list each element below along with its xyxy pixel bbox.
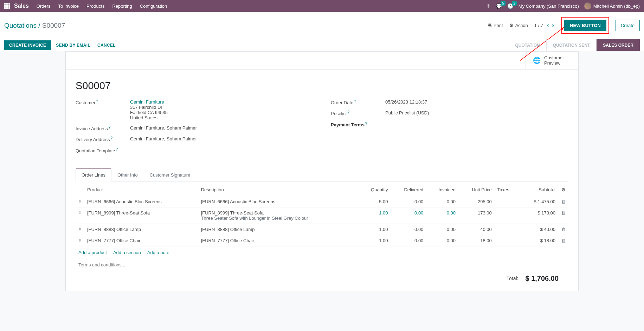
messages-icon[interactable]: 💬5 xyxy=(496,3,502,9)
cell-description[interactable]: [FURN_6666] Acoustic Bloc Screens xyxy=(198,196,359,207)
col-taxes[interactable]: Taxes xyxy=(495,184,520,196)
cell-subtotal: $ 18.00 xyxy=(520,235,558,246)
menu-configuration[interactable]: Configuration xyxy=(140,4,167,9)
drag-handle-icon[interactable]: ▲▼ xyxy=(78,227,82,231)
cell-quantity[interactable]: 1.00 xyxy=(359,235,391,246)
menu-reporting[interactable]: Reporting xyxy=(112,4,132,9)
activities-icon[interactable]: 🕐2 xyxy=(507,3,513,9)
print-button[interactable]: 🖶 Print xyxy=(487,23,503,28)
tab-customer-signature[interactable]: Customer Signature xyxy=(144,168,197,181)
menu-products[interactable]: Products xyxy=(86,4,104,9)
cell-product[interactable]: [FURN_7777] Office Chair xyxy=(84,235,198,246)
add-section[interactable]: Add a section xyxy=(113,250,141,255)
cell-description[interactable]: [FURN_7777] Office Chair xyxy=(198,235,359,246)
cell-quantity[interactable]: 1.00 xyxy=(359,207,391,224)
cell-quantity[interactable]: 1.00 xyxy=(359,224,391,235)
label-delivery-address: Delivery Address? xyxy=(76,136,130,142)
table-row[interactable]: ▲▼[FURN_8888] Office Lamp[FURN_8888] Off… xyxy=(76,224,568,235)
field-delivery-address[interactable]: Gemini Furniture, Soham Palmer xyxy=(130,136,197,141)
add-note[interactable]: Add a note xyxy=(147,250,169,255)
terms-input[interactable] xyxy=(76,259,568,271)
total-amount: $ 1,706.00 xyxy=(525,274,559,283)
cell-delivered[interactable]: 0.00 xyxy=(391,224,426,235)
user-name: Mitchell Admin (db_ep) xyxy=(593,4,640,9)
cell-subtotal: $ 40.00 xyxy=(520,224,558,235)
field-invoice-address[interactable]: Gemini Furniture, Soham Palmer xyxy=(130,125,197,131)
trash-icon[interactable]: 🗑 xyxy=(561,199,566,204)
cell-unit-price[interactable]: 295.00 xyxy=(458,196,495,207)
cell-invoiced[interactable]: 0.00 xyxy=(426,235,458,246)
tab-other-info[interactable]: Other Info xyxy=(111,168,144,181)
drag-handle-icon[interactable]: ▲▼ xyxy=(78,210,82,214)
trash-icon[interactable]: 🗑 xyxy=(561,227,566,232)
table-row[interactable]: ▲▼[FURN_7777] Office Chair[FURN_7777] Of… xyxy=(76,235,568,246)
messages-badge: 5 xyxy=(501,1,505,6)
create-invoice-button[interactable]: CREATE INVOICE xyxy=(4,40,51,50)
user-menu[interactable]: Mitchell Admin (db_ep) xyxy=(584,2,640,9)
annotation-highlight: NEW BUTTON xyxy=(561,17,609,34)
add-product[interactable]: Add a product xyxy=(78,250,107,255)
drag-handle-icon[interactable]: ▲▼ xyxy=(78,199,82,203)
cell-unit-price[interactable]: 18.00 xyxy=(458,235,495,246)
record-title: S00007 xyxy=(76,80,568,92)
cell-taxes[interactable] xyxy=(495,196,520,207)
cell-unit-price[interactable]: 40.00 xyxy=(458,224,495,235)
col-delivered[interactable]: Delivered xyxy=(391,184,426,196)
cell-delivered[interactable]: 0.00 xyxy=(391,196,426,207)
menu-to-invoice[interactable]: To Invoice xyxy=(58,4,79,9)
gear-icon: ⚙ xyxy=(509,23,514,28)
cell-taxes[interactable] xyxy=(495,235,520,246)
trash-icon[interactable]: 🗑 xyxy=(561,210,566,216)
breadcrumb-current: S00007 xyxy=(42,22,65,29)
app-name[interactable]: Sales xyxy=(14,3,29,9)
trash-icon[interactable]: 🗑 xyxy=(561,238,566,243)
cell-product[interactable]: [FURN_8888] Office Lamp xyxy=(84,224,198,235)
col-subtotal[interactable]: Subtotal xyxy=(520,184,558,196)
total-label: Total: xyxy=(507,276,518,281)
cell-description[interactable]: [FURN_8888] Office Lamp xyxy=(198,224,359,235)
table-row[interactable]: ▲▼[FURN_6666] Acoustic Bloc Screens[FURN… xyxy=(76,196,568,207)
cell-delivered[interactable]: 0.00 xyxy=(391,235,426,246)
col-unit-price[interactable]: Unit Price xyxy=(458,184,495,196)
cell-quantity[interactable]: 5.00 xyxy=(359,196,391,207)
breadcrumb-root[interactable]: Quotations xyxy=(4,22,37,29)
svg-marker-1 xyxy=(561,27,564,31)
send-email-button[interactable]: SEND BY EMAIL xyxy=(56,43,90,48)
menu-orders[interactable]: Orders xyxy=(37,4,51,9)
new-button[interactable]: NEW BUTTON xyxy=(564,20,606,31)
debug-icon[interactable]: ✳ xyxy=(487,3,491,9)
cell-taxes[interactable] xyxy=(495,224,520,235)
create-button[interactable]: Create xyxy=(616,20,640,31)
company-switcher[interactable]: My Company (San Francisco) xyxy=(519,4,579,9)
cell-product[interactable]: [FURN_8999] Three-Seat Sofa xyxy=(84,207,198,224)
cancel-button[interactable]: CANCEL xyxy=(97,43,116,48)
col-description[interactable]: Description xyxy=(198,184,359,196)
avatar xyxy=(584,2,591,9)
field-pricelist[interactable]: Public Pricelist (USD) xyxy=(385,110,429,115)
cell-taxes[interactable] xyxy=(495,207,520,224)
cell-invoiced[interactable]: 0.00 xyxy=(426,207,458,224)
stage-quotation[interactable]: QUOTATION xyxy=(509,39,546,51)
cell-subtotal: $ 1,475.00 xyxy=(520,196,558,207)
label-invoice-address: Invoice Address? xyxy=(76,125,130,131)
cell-delivered[interactable]: 0.00 xyxy=(391,207,426,224)
tab-order-lines[interactable]: Order Lines xyxy=(76,168,111,181)
label-quotation-template: Quotation Template? xyxy=(76,147,130,153)
cell-product[interactable]: [FURN_6666] Acoustic Bloc Screens xyxy=(84,196,198,207)
stage-quotation-sent[interactable]: QUOTATION SENT xyxy=(546,39,597,51)
col-options-icon[interactable]: ⚙ xyxy=(558,184,568,196)
field-order-date[interactable]: 05/26/2023 12:18:37 xyxy=(385,99,427,105)
drag-handle-icon[interactable]: ▲▼ xyxy=(78,238,82,242)
cell-invoiced[interactable]: 0.00 xyxy=(426,224,458,235)
table-row[interactable]: ▲▼[FURN_8999] Three-Seat Sofa[FURN_8999]… xyxy=(76,207,568,224)
col-quantity[interactable]: Quantity xyxy=(359,184,391,196)
cell-description[interactable]: [FURN_8999] Three-Seat SofaThree Seater … xyxy=(198,207,359,224)
apps-icon[interactable] xyxy=(4,3,10,9)
cell-invoiced[interactable]: 0.00 xyxy=(426,196,458,207)
cell-unit-price[interactable]: 173.00 xyxy=(458,207,495,224)
field-customer[interactable]: Gemini Furniture 317 Fairchild Dr Fairfi… xyxy=(130,99,168,120)
order-lines-table: Product Description Quantity Delivered I… xyxy=(76,184,568,246)
col-invoiced[interactable]: Invoiced xyxy=(426,184,458,196)
col-product[interactable]: Product xyxy=(84,184,198,196)
stage-sales-order[interactable]: SALES ORDER xyxy=(596,39,640,51)
